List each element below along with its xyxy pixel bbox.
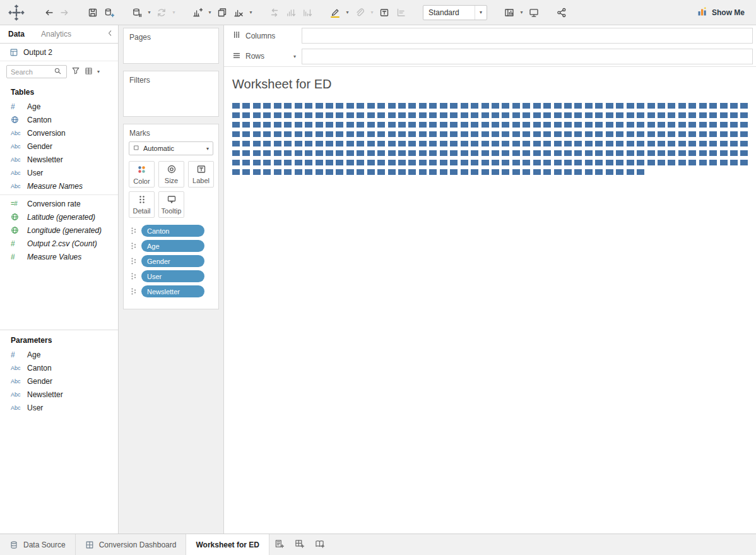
square-mark[interactable] <box>429 103 437 109</box>
square-mark[interactable] <box>720 131 728 137</box>
square-mark[interactable] <box>481 131 489 137</box>
square-mark[interactable] <box>678 103 686 109</box>
presentation-mode-button[interactable] <box>526 4 542 21</box>
square-mark[interactable] <box>688 141 696 146</box>
chevron-down-icon[interactable]: ▾ <box>97 69 100 75</box>
square-mark[interactable] <box>284 131 292 137</box>
pill-canton[interactable]: Canton <box>141 225 204 237</box>
square-mark[interactable] <box>357 150 364 156</box>
square-mark[interactable] <box>658 103 665 109</box>
square-mark[interactable] <box>398 131 406 137</box>
square-mark[interactable] <box>730 103 738 109</box>
square-mark[interactable] <box>253 122 261 128</box>
square-mark[interactable] <box>419 160 427 165</box>
square-mark[interactable] <box>408 131 416 137</box>
square-mark[interactable] <box>637 112 644 118</box>
square-mark[interactable] <box>253 160 261 165</box>
square-mark[interactable] <box>492 160 499 165</box>
square-mark[interactable] <box>461 169 468 175</box>
undo-button[interactable] <box>40 4 57 21</box>
square-mark[interactable] <box>440 131 447 137</box>
square-mark[interactable] <box>408 169 416 175</box>
sort-ascending-button[interactable] <box>283 4 299 21</box>
square-mark[interactable] <box>512 122 520 128</box>
square-mark[interactable] <box>232 103 240 109</box>
square-mark[interactable] <box>326 103 333 109</box>
square-mark[interactable] <box>408 103 416 109</box>
square-mark[interactable] <box>606 150 613 156</box>
auto-updates-button-dropdown[interactable]: ▾ <box>145 4 153 21</box>
square-mark[interactable] <box>450 112 458 118</box>
square-mark[interactable] <box>398 112 406 118</box>
square-mark[interactable] <box>574 160 582 165</box>
square-mark[interactable] <box>263 122 271 128</box>
square-mark[interactable] <box>242 141 250 146</box>
square-mark[interactable] <box>274 122 281 128</box>
square-mark[interactable] <box>699 112 707 118</box>
square-mark[interactable] <box>336 150 343 156</box>
square-mark[interactable] <box>616 131 623 137</box>
square-mark[interactable] <box>440 112 447 118</box>
square-mark[interactable] <box>492 122 499 128</box>
clear-sheet-button[interactable] <box>230 4 247 21</box>
square-mark[interactable] <box>429 131 437 137</box>
square-mark[interactable] <box>574 131 582 137</box>
square-mark[interactable] <box>740 122 748 128</box>
square-mark[interactable] <box>492 169 499 175</box>
square-mark[interactable] <box>419 112 427 118</box>
square-mark[interactable] <box>585 141 593 146</box>
square-mark[interactable] <box>346 169 354 175</box>
square-mark[interactable] <box>367 103 375 109</box>
square-mark[interactable] <box>502 169 509 175</box>
square-mark[interactable] <box>284 112 292 118</box>
square-mark[interactable] <box>253 141 261 146</box>
square-mark[interactable] <box>564 150 572 156</box>
square-mark[interactable] <box>367 169 375 175</box>
square-mark[interactable] <box>658 160 665 165</box>
field-conversion-rate[interactable]: =# Conversion rate <box>0 197 118 210</box>
square-mark[interactable] <box>658 150 665 156</box>
square-mark[interactable] <box>419 131 427 137</box>
square-mark[interactable] <box>688 112 696 118</box>
tooltip-button[interactable]: Tooltip <box>158 191 184 218</box>
field-gender[interactable]: Abc Gender <box>0 140 118 153</box>
square-mark[interactable] <box>295 150 302 156</box>
highlight-button[interactable] <box>327 4 343 21</box>
square-mark[interactable] <box>709 150 717 156</box>
new-story-tab-button[interactable] <box>310 534 330 555</box>
square-mark[interactable] <box>740 131 748 137</box>
show-hide-cards-button-dropdown[interactable]: ▾ <box>517 4 526 21</box>
square-mark[interactable] <box>461 103 468 109</box>
square-mark[interactable] <box>502 160 509 165</box>
square-mark[interactable] <box>512 103 520 109</box>
square-mark[interactable] <box>627 122 634 128</box>
square-mark[interactable] <box>471 112 478 118</box>
square-mark[interactable] <box>554 122 562 128</box>
square-mark[interactable] <box>606 131 613 137</box>
square-mark[interactable] <box>585 112 593 118</box>
square-mark[interactable] <box>326 150 333 156</box>
new-worksheet-tab-button[interactable] <box>269 534 290 555</box>
square-mark[interactable] <box>595 141 603 146</box>
square-mark[interactable] <box>284 122 292 128</box>
square-mark[interactable] <box>637 122 644 128</box>
square-mark[interactable] <box>730 150 738 156</box>
square-mark[interactable] <box>740 141 748 146</box>
group-members-button-dropdown[interactable]: ▾ <box>368 4 376 21</box>
fix-axes-button[interactable] <box>393 4 409 21</box>
square-mark[interactable] <box>419 150 427 156</box>
square-mark[interactable] <box>295 131 302 137</box>
search-input[interactable] <box>11 68 54 76</box>
search-box[interactable] <box>6 65 67 78</box>
square-mark[interactable] <box>263 169 271 175</box>
square-mark[interactable] <box>523 131 530 137</box>
square-mark[interactable] <box>720 103 728 109</box>
square-mark[interactable] <box>450 169 458 175</box>
square-mark[interactable] <box>574 122 582 128</box>
square-mark[interactable] <box>367 122 375 128</box>
square-mark[interactable] <box>637 150 644 156</box>
show-hide-cards-button[interactable] <box>501 4 517 21</box>
square-mark[interactable] <box>585 131 593 137</box>
square-mark[interactable] <box>471 141 478 146</box>
square-mark[interactable] <box>305 112 312 118</box>
